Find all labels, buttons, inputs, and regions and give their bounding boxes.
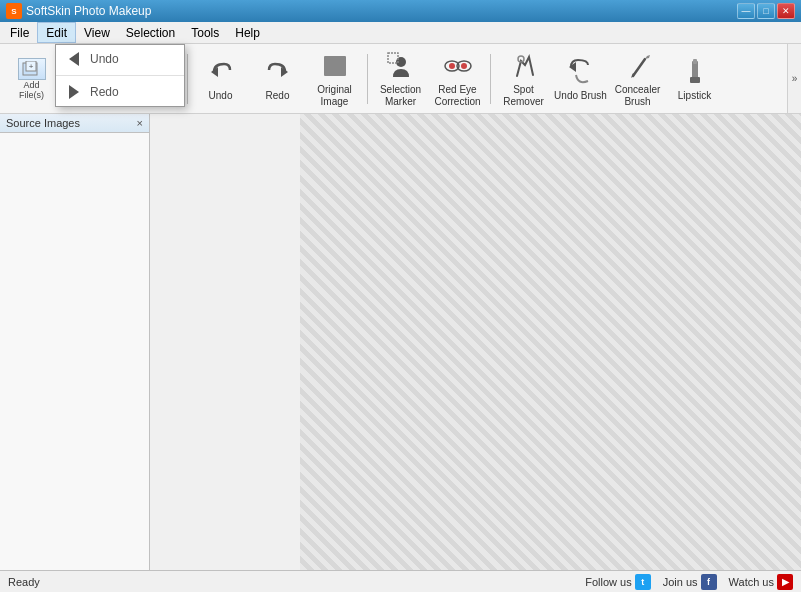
app-icon: S: [6, 3, 22, 19]
source-images-close-button[interactable]: ×: [137, 117, 143, 129]
menu-view[interactable]: View: [76, 22, 118, 43]
selection-marker-label: Selection Marker: [374, 84, 427, 108]
dropdown-separator: [56, 75, 184, 76]
concealer-brush-button[interactable]: Concealer Brush: [610, 49, 665, 109]
youtube-icon: ▶: [777, 574, 793, 590]
dropdown-redo[interactable]: Redo: [56, 78, 184, 106]
add-files-button[interactable]: + AddFile(s): [4, 49, 59, 109]
spot-remover-icon: [508, 50, 540, 82]
edit-dropdown-menu: Undo Redo: [55, 44, 185, 107]
lipstick-button[interactable]: Lipstick: [667, 49, 722, 109]
title-bar: S SoftSkin Photo Makeup — □ ✕: [0, 0, 801, 22]
undo-label: Undo: [209, 90, 233, 102]
add-files-icon: +: [18, 58, 46, 80]
dropdown-redo-label: Redo: [90, 85, 119, 99]
toolbar-separator-2: [187, 54, 188, 104]
undo-icon: [205, 56, 237, 88]
spot-remover-button[interactable]: Spot Remover: [496, 49, 551, 109]
status-bar: Ready Follow us t Join us f Watch us ▶: [0, 570, 801, 592]
toolbar-overflow-button[interactable]: »: [787, 44, 801, 113]
lipstick-label: Lipstick: [678, 90, 711, 102]
svg-point-18: [461, 63, 467, 69]
menu-bar: File Edit View Selection Tools Help: [0, 22, 801, 44]
red-eye-icon: [442, 50, 474, 82]
menu-edit[interactable]: Edit: [37, 22, 76, 43]
svg-rect-23: [693, 59, 697, 64]
spot-remover-label: Spot Remover: [497, 84, 550, 108]
source-images-header: Source Images ×: [0, 114, 149, 133]
red-eye-button[interactable]: Red Eye Correction: [430, 49, 485, 109]
toolbar-separator-4: [490, 54, 491, 104]
join-us-label: Join us: [663, 576, 698, 588]
follow-us-link[interactable]: Follow us t: [585, 574, 650, 590]
undo-brush-icon: [565, 56, 597, 88]
menu-tools[interactable]: Tools: [183, 22, 227, 43]
source-images-title: Source Images: [6, 117, 80, 129]
watch-us-label: Watch us: [729, 576, 774, 588]
twitter-icon: t: [635, 574, 651, 590]
watch-us-link[interactable]: Watch us ▶: [729, 574, 793, 590]
dropdown-undo[interactable]: Undo: [56, 45, 184, 73]
undo-button[interactable]: Undo: [193, 49, 248, 109]
status-social-links: Follow us t Join us f Watch us ▶: [585, 574, 793, 590]
dropdown-undo-label: Undo: [90, 52, 119, 66]
app-title: SoftSkin Photo Makeup: [26, 4, 737, 18]
undo-brush-label: Undo Brush: [554, 90, 607, 102]
dropdown-redo-icon: [64, 82, 84, 102]
original-image-button[interactable]: Original Image: [307, 49, 362, 109]
status-ready: Ready: [8, 576, 585, 588]
svg-rect-12: [324, 56, 346, 76]
original-image-icon: [319, 50, 351, 82]
selection-marker-button[interactable]: Selection Marker: [373, 49, 428, 109]
svg-rect-22: [690, 77, 700, 83]
redo-icon: [262, 56, 294, 88]
source-images-panel: Source Images ×: [0, 114, 150, 570]
svg-point-16: [449, 63, 455, 69]
red-eye-label: Red Eye Correction: [431, 84, 484, 108]
concealer-brush-icon: [622, 50, 654, 82]
menu-selection[interactable]: Selection: [118, 22, 183, 43]
close-button[interactable]: ✕: [777, 3, 795, 19]
menu-help[interactable]: Help: [227, 22, 268, 43]
lipstick-icon: [679, 56, 711, 88]
add-files-label: AddFile(s): [19, 80, 44, 100]
maximize-button[interactable]: □: [757, 3, 775, 19]
svg-text:+: +: [28, 62, 33, 71]
original-image-label: Original Image: [308, 84, 361, 108]
redo-label: Redo: [266, 90, 290, 102]
follow-us-label: Follow us: [585, 576, 631, 588]
facebook-icon: f: [701, 574, 717, 590]
undo-brush-button[interactable]: Undo Brush: [553, 49, 608, 109]
concealer-brush-label: Concealer Brush: [611, 84, 664, 108]
canvas-area[interactable]: [300, 114, 801, 570]
redo-button[interactable]: Redo: [250, 49, 305, 109]
toolbar-separator-3: [367, 54, 368, 104]
dropdown-undo-icon: [64, 49, 84, 69]
join-us-link[interactable]: Join us f: [663, 574, 717, 590]
selection-marker-icon: [385, 50, 417, 82]
minimize-button[interactable]: —: [737, 3, 755, 19]
menu-file[interactable]: File: [2, 22, 37, 43]
window-controls: — □ ✕: [737, 3, 795, 19]
